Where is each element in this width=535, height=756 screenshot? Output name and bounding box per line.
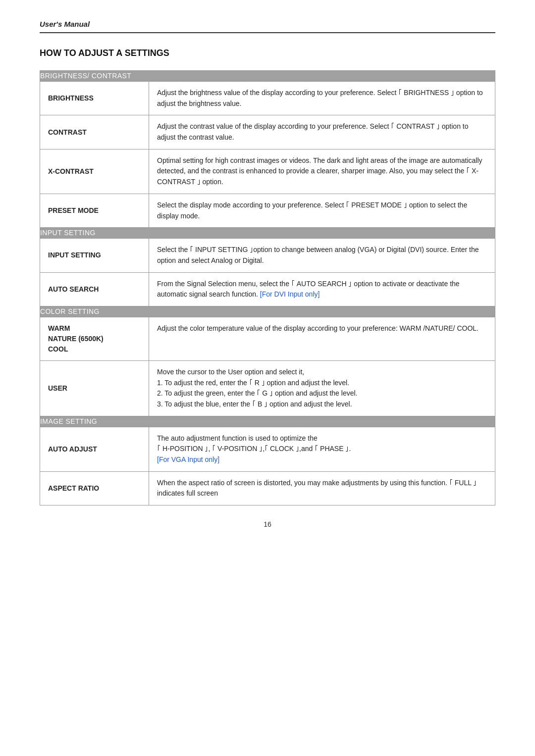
desc-x-contrast: Optimal setting for high contrast images…	[149, 149, 495, 194]
desc-input-setting: Select the ｢ INPUT SETTING ｣option to ch…	[149, 239, 495, 272]
table-row: INPUT SETTING Select the ｢ INPUT SETTING…	[40, 239, 495, 272]
label-auto-search: AUTO SEARCH	[40, 272, 149, 306]
label-contrast: CONTRAST	[40, 115, 149, 149]
table-row: USER Move the cursor to the User option …	[40, 360, 495, 416]
section-header-color-setting: COLOR SETTING	[40, 306, 495, 317]
table-row: BRIGHTNESS Adjust the brightness value o…	[40, 82, 495, 115]
section-header-image-setting: IMAGE SETTING	[40, 416, 495, 427]
desc-brightness: Adjust the brightness value of the displ…	[149, 82, 495, 115]
label-preset-mode: PRESET MODE	[40, 194, 149, 227]
table-row: WARM NATURE (6500K) COOL Adjust the colo…	[40, 317, 495, 360]
section-header-brightness-contrast: BRIGHTNESS/ CONTRAST	[40, 71, 495, 82]
desc-auto-search: From the Signal Selection menu, select t…	[149, 272, 495, 306]
desc-contrast: Adjust the contrast value of the display…	[149, 115, 495, 149]
label-aspect-ratio: ASPECT RATIO	[40, 471, 149, 505]
page-header: User's Manual	[40, 20, 495, 33]
page-title: How to Adjust a Settings	[40, 48, 495, 58]
label-input-setting: INPUT SETTING	[40, 239, 149, 272]
table-row: AUTO SEARCH From the Signal Selection me…	[40, 272, 495, 306]
table-row: PRESET MODE Select the display mode acco…	[40, 194, 495, 227]
vga-link: [For VGA Input only]	[157, 455, 219, 463]
page-number: 16	[40, 520, 495, 528]
desc-warm-nature-cool: Adjust the color temperature value of th…	[149, 317, 495, 360]
label-x-contrast: X-CONTRAST	[40, 149, 149, 194]
section-header-input-setting: INPUT SETTING	[40, 228, 495, 239]
manual-label: User's Manual	[40, 20, 90, 28]
label-user: USER	[40, 360, 149, 416]
table-row: AUTO ADJUST The auto adjustment function…	[40, 427, 495, 471]
label-auto-adjust: AUTO ADJUST	[40, 427, 149, 471]
label-brightness: BRIGHTNESS	[40, 82, 149, 115]
label-warm-nature-cool: WARM NATURE (6500K) COOL	[40, 317, 149, 360]
table-row: CONTRAST Adjust the contrast value of th…	[40, 115, 495, 149]
settings-table: BRIGHTNESS/ CONTRAST BRIGHTNESS Adjust t…	[40, 70, 495, 505]
desc-user: Move the cursor to the User option and s…	[149, 360, 495, 416]
table-row: X-CONTRAST Optimal setting for high cont…	[40, 149, 495, 194]
desc-aspect-ratio: When the aspect ratio of screen is disto…	[149, 471, 495, 505]
dvi-link: [For DVI Input only]	[260, 290, 320, 298]
table-row: ASPECT RATIO When the aspect ratio of sc…	[40, 471, 495, 505]
desc-auto-adjust: The auto adjustment function is used to …	[149, 427, 495, 471]
desc-preset-mode: Select the display mode according to you…	[149, 194, 495, 227]
